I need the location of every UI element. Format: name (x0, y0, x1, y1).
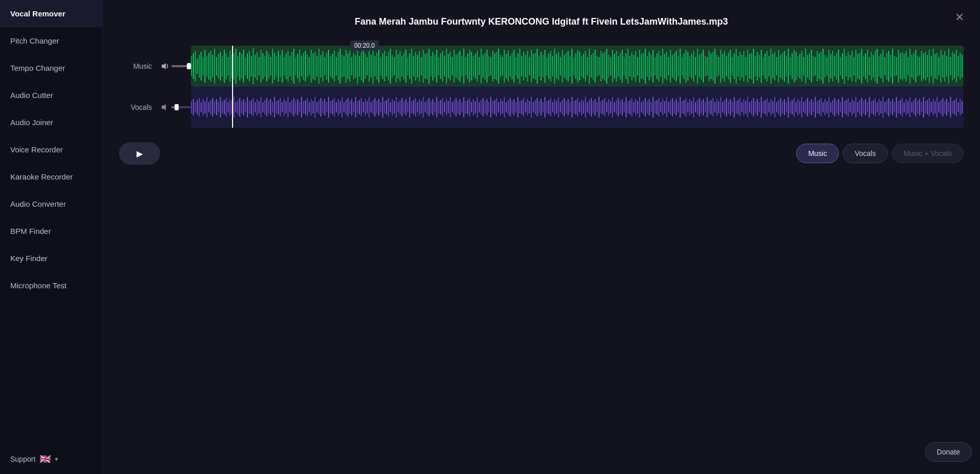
svg-rect-162 (502, 57, 503, 75)
svg-rect-339 (844, 49, 845, 84)
svg-rect-743 (850, 102, 851, 112)
sidebar-item-karaoke-recorder[interactable]: Karaoke Recorder (0, 163, 102, 190)
svg-rect-722 (809, 101, 810, 113)
sidebar-item-pitch-changer[interactable]: Pitch Changer (0, 27, 102, 54)
svg-rect-748 (859, 100, 860, 114)
svg-rect-464 (311, 99, 312, 115)
svg-rect-439 (262, 102, 263, 112)
svg-rect-483 (348, 98, 349, 116)
svg-rect-549 (475, 101, 476, 113)
svg-rect-775 (911, 102, 912, 112)
svg-rect-544 (465, 101, 466, 113)
svg-rect-145 (469, 50, 470, 83)
svg-rect-358 (880, 54, 881, 78)
svg-rect-242 (657, 53, 658, 79)
svg-rect-589 (552, 102, 553, 112)
svg-rect-246 (664, 54, 665, 78)
svg-rect-614 (601, 101, 602, 113)
sidebar-item-bpm-finder[interactable]: BPM Finder (0, 218, 102, 245)
svg-rect-229 (631, 52, 632, 81)
svg-rect-314 (796, 52, 797, 81)
sidebar-item-vocal-remover[interactable]: Vocal Remover (0, 0, 102, 27)
sidebar-item-tempo-changer[interactable]: Tempo Changer (0, 54, 102, 82)
svg-rect-190 (556, 54, 557, 78)
sidebar-item-audio-cutter[interactable]: Audio Cutter (0, 82, 102, 109)
svg-rect-519 (417, 102, 418, 112)
svg-rect-26 (239, 52, 240, 81)
svg-rect-355 (875, 51, 876, 82)
svg-rect-798 (956, 98, 957, 116)
svg-rect-146 (471, 52, 472, 81)
vocals-output-button[interactable]: Vocals (843, 144, 888, 163)
svg-rect-168 (513, 50, 514, 83)
svg-rect-791 (943, 98, 944, 116)
svg-rect-44 (274, 53, 275, 80)
svg-rect-650 (670, 100, 671, 114)
svg-rect-701 (768, 102, 770, 112)
svg-rect-266 (703, 50, 704, 83)
music-volume-control[interactable] (160, 62, 191, 71)
svg-rect-265 (701, 53, 702, 80)
svg-rect-243 (659, 51, 660, 82)
sidebar-item-voice-recorder[interactable]: Voice Recorder (0, 136, 102, 163)
svg-rect-732 (829, 97, 830, 117)
svg-rect-776 (913, 100, 914, 114)
support-label[interactable]: Support (10, 455, 35, 463)
svg-rect-566 (508, 100, 509, 114)
svg-rect-186 (548, 53, 549, 79)
play-button[interactable]: ▶ (119, 142, 160, 165)
svg-rect-493 (367, 101, 368, 113)
vocals-waveform[interactable] (191, 87, 964, 128)
svg-rect-333 (832, 51, 833, 82)
svg-rect-450 (284, 99, 285, 115)
svg-rect-59 (303, 53, 304, 80)
svg-rect-192 (560, 57, 561, 75)
sidebar-item-key-finder[interactable]: Key Finder (0, 245, 102, 272)
svg-rect-755 (873, 100, 874, 114)
svg-rect-557 (490, 97, 491, 117)
svg-rect-249 (670, 50, 671, 83)
svg-rect-142 (464, 49, 465, 84)
svg-rect-238 (649, 52, 650, 81)
music-volume-slider[interactable] (171, 65, 191, 67)
svg-rect-83 (350, 51, 351, 82)
chevron-down-icon: ▾ (55, 456, 58, 463)
svg-rect-656 (682, 101, 683, 113)
svg-rect-792 (944, 101, 945, 113)
donate-button[interactable]: Donate (925, 442, 972, 462)
svg-rect-415 (216, 99, 217, 115)
svg-rect-723 (811, 99, 812, 115)
svg-rect-688 (743, 99, 744, 115)
svg-rect-111 (403, 53, 405, 80)
svg-rect-567 (510, 98, 511, 116)
svg-rect-668 (705, 102, 706, 112)
vocals-volume-control[interactable] (160, 103, 191, 112)
sidebar-item-microphone-test[interactable]: Microphone Test (0, 272, 102, 299)
svg-rect-444 (272, 102, 273, 112)
svg-rect-274 (718, 57, 719, 75)
vocals-volume-slider[interactable] (171, 106, 191, 108)
svg-rect-736 (836, 101, 837, 113)
svg-rect-140 (459, 51, 460, 82)
svg-rect-533 (444, 102, 445, 112)
sidebar-item-audio-joiner[interactable]: Audio Joiner (0, 109, 102, 136)
sidebar-item-audio-converter[interactable]: Audio Converter (0, 190, 102, 218)
music-output-button[interactable]: Music (796, 144, 839, 163)
svg-rect-382 (927, 55, 928, 77)
svg-rect-163 (504, 50, 505, 83)
svg-rect-254 (680, 49, 681, 84)
svg-rect-380 (923, 53, 924, 79)
svg-rect-131 (442, 51, 443, 82)
svg-rect-110 (401, 56, 402, 76)
svg-rect-29 (245, 57, 246, 75)
svg-rect-572 (520, 101, 521, 113)
svg-rect-86 (355, 55, 356, 77)
svg-rect-123 (427, 53, 428, 80)
svg-rect-721 (807, 98, 808, 116)
music-waveform[interactable] (191, 46, 964, 87)
close-button[interactable]: ✕ (951, 9, 968, 26)
svg-rect-446 (276, 101, 277, 113)
svg-rect-287 (743, 51, 744, 82)
svg-rect-179 (535, 53, 536, 80)
svg-rect-456 (295, 101, 296, 113)
